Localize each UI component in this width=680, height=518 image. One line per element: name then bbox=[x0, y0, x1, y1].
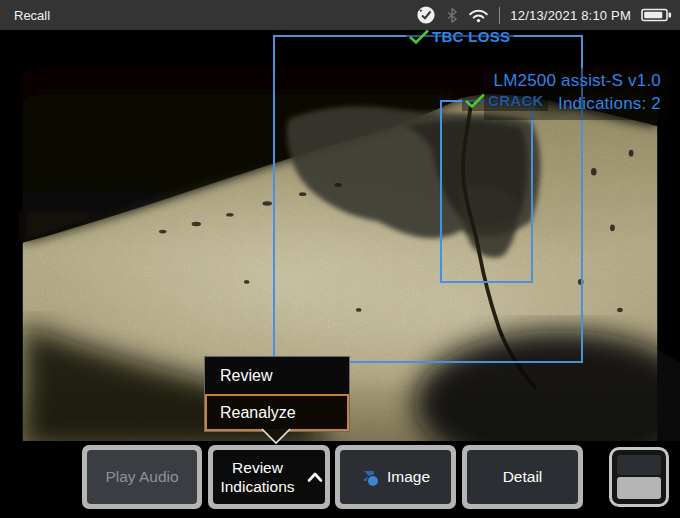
image-stack-icon bbox=[361, 468, 380, 487]
datetime-text: 12/13/2021 8:10 PM bbox=[510, 8, 631, 23]
status-bar: Recall 12/13/2021 8:10 PM bbox=[0, 0, 680, 30]
bluetooth-icon bbox=[446, 7, 458, 24]
menu-caret-icon bbox=[258, 426, 294, 446]
wifi-icon bbox=[468, 8, 489, 23]
detail-label: Detail bbox=[503, 467, 543, 486]
image-label: Image bbox=[387, 467, 430, 486]
toggle-light-half bbox=[617, 477, 661, 499]
status-divider bbox=[499, 7, 500, 24]
screen-view-toggle-button[interactable] bbox=[609, 447, 669, 507]
connect-icon bbox=[416, 5, 436, 25]
play-audio-label: Play Audio bbox=[105, 467, 178, 486]
menu-item-review[interactable]: Review bbox=[205, 357, 349, 394]
review-indications-label: Review Indications bbox=[216, 458, 300, 497]
toggle-dark-half bbox=[617, 455, 661, 475]
recall-screen: TBC LOSS CRACK LM2500 assist-S v1.0 Indi… bbox=[0, 0, 680, 518]
review-indications-button[interactable]: Review Indications bbox=[208, 445, 330, 509]
review-indications-menu: Review Reanalyze bbox=[204, 356, 350, 432]
detail-button[interactable]: Detail bbox=[462, 445, 583, 509]
chevron-up-icon bbox=[307, 471, 323, 483]
image-button[interactable]: Image bbox=[335, 445, 456, 509]
screen-title: Recall bbox=[14, 8, 50, 23]
play-audio-button[interactable]: Play Audio bbox=[82, 445, 202, 509]
battery-icon bbox=[641, 7, 672, 23]
soft-key-toolbar: Play Audio Review Indications Image bbox=[0, 441, 680, 518]
